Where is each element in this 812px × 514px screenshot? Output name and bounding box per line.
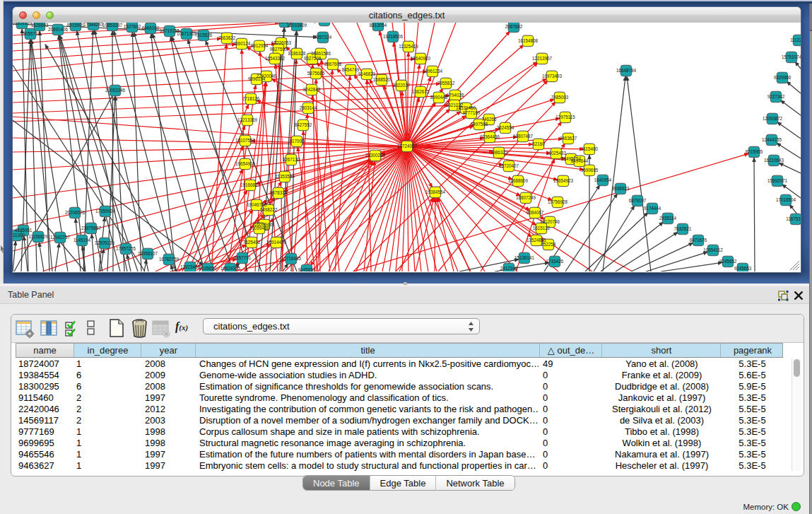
svg-text:1640954: 1640954 <box>594 177 612 182</box>
svg-text:252254: 252254 <box>541 242 556 247</box>
svg-text:6794028: 6794028 <box>447 93 464 98</box>
svg-text:16154808: 16154808 <box>518 38 539 43</box>
svg-text:19218506: 19218506 <box>383 34 404 39</box>
svg-text:20206576: 20206576 <box>65 210 86 215</box>
svg-text:10958107: 10958107 <box>138 251 158 256</box>
svg-text:15751074: 15751074 <box>782 54 801 59</box>
svg-text:17359924: 17359924 <box>95 209 116 214</box>
svg-text:23975867: 23975867 <box>81 226 102 230</box>
svg-text:10973493: 10973493 <box>542 74 563 78</box>
svg-text:19716485: 19716485 <box>281 256 302 261</box>
svg-text:16309339: 16309339 <box>13 23 32 25</box>
svg-text:15136141: 15136141 <box>514 255 535 260</box>
svg-text:7357224: 7357224 <box>314 35 332 40</box>
svg-text:17016504: 17016504 <box>776 197 796 202</box>
svg-text:7515526: 7515526 <box>195 33 213 37</box>
svg-text:18861546: 18861546 <box>311 51 331 56</box>
svg-text:18724007: 18724007 <box>397 144 418 148</box>
svg-text:12942757: 12942757 <box>50 235 71 240</box>
svg-text:9896194: 9896194 <box>248 76 266 81</box>
svg-text:1112222: 1112222 <box>790 37 801 42</box>
svg-text:4535061: 4535061 <box>15 228 33 233</box>
svg-text:9242848: 9242848 <box>303 87 321 92</box>
svg-text:1528843: 1528843 <box>31 23 49 28</box>
svg-text:9827500: 9827500 <box>270 47 288 52</box>
svg-text:15226053: 15226053 <box>271 40 292 45</box>
svg-text:11353594: 11353594 <box>275 174 295 179</box>
svg-text:3624554: 3624554 <box>497 125 514 130</box>
svg-text:19384554: 19384554 <box>425 189 446 194</box>
svg-text:14531460: 14531460 <box>456 105 476 110</box>
svg-text:20053346: 20053346 <box>105 88 126 93</box>
svg-text:19654915: 19654915 <box>235 161 256 166</box>
svg-text:11156829: 11156829 <box>28 234 48 239</box>
svg-text:17957255: 17957255 <box>116 246 136 251</box>
svg-text:10688609: 10688609 <box>508 178 529 183</box>
svg-text:18807249: 18807249 <box>516 195 536 200</box>
svg-text:23300205: 23300205 <box>365 153 386 158</box>
svg-text:2935114: 2935114 <box>659 216 677 221</box>
svg-text:11675332: 11675332 <box>786 216 801 221</box>
svg-text:16107553: 16107553 <box>235 138 256 143</box>
svg-text:17344243: 17344243 <box>83 23 104 27</box>
svg-text:1733426: 1733426 <box>546 259 564 264</box>
svg-text:7955812: 7955812 <box>437 81 455 86</box>
svg-text:12505135: 12505135 <box>95 240 115 245</box>
svg-text:8322037: 8322037 <box>393 83 411 88</box>
svg-text:2412345: 2412345 <box>500 266 518 271</box>
svg-text:12213369: 12213369 <box>237 117 258 122</box>
svg-text:15692971: 15692971 <box>767 178 788 183</box>
svg-text:8454749: 8454749 <box>342 67 360 72</box>
svg-text:20364436: 20364436 <box>480 134 500 139</box>
svg-text:746266: 746266 <box>481 117 497 122</box>
svg-text:19046766: 19046766 <box>247 202 267 207</box>
svg-text:3911300: 3911300 <box>13 233 25 238</box>
svg-text:9463627: 9463627 <box>560 136 577 141</box>
svg-text:1527602: 1527602 <box>124 24 141 29</box>
svg-text:10025433: 10025433 <box>546 151 567 156</box>
svg-text:917006: 917006 <box>289 139 305 144</box>
svg-text:7632621: 7632621 <box>674 226 692 231</box>
svg-text:9327508: 9327508 <box>304 56 322 61</box>
svg-text:9245651: 9245651 <box>298 267 316 271</box>
svg-text:8912954: 8912954 <box>251 43 269 48</box>
svg-text:9329966: 9329966 <box>774 75 792 80</box>
svg-text:6879197: 6879197 <box>629 198 647 203</box>
svg-text:8267130: 8267130 <box>283 157 300 162</box>
svg-text:9660124: 9660124 <box>233 41 251 46</box>
svg-text:5875685: 5875685 <box>307 71 325 76</box>
svg-text:16099488: 16099488 <box>249 226 270 230</box>
svg-text:9245650: 9245650 <box>199 266 217 271</box>
svg-text:9699695: 9699695 <box>581 168 599 173</box>
svg-text:9115460: 9115460 <box>581 146 599 151</box>
svg-text:12444155: 12444155 <box>762 137 782 142</box>
svg-text:7986322: 7986322 <box>490 150 508 155</box>
svg-text:19756928: 19756928 <box>548 199 568 204</box>
svg-text:6466160: 6466160 <box>142 25 160 30</box>
svg-text:10853287: 10853287 <box>102 23 123 28</box>
svg-text:7625402: 7625402 <box>243 240 261 245</box>
svg-text:8471676: 8471676 <box>690 238 707 243</box>
svg-text:16914479: 16914479 <box>266 240 287 245</box>
svg-text:2867608: 2867608 <box>324 62 342 66</box>
svg-text:12213967: 12213967 <box>532 56 553 61</box>
svg-text:8494644: 8494644 <box>571 158 589 163</box>
svg-text:9174444: 9174444 <box>644 206 661 211</box>
svg-text:8813054: 8813054 <box>370 23 387 28</box>
svg-text:9084067: 9084067 <box>526 210 544 215</box>
svg-text:1145194: 1145194 <box>73 238 91 243</box>
svg-text:12923468: 12923468 <box>180 264 201 269</box>
svg-text:10654112: 10654112 <box>703 247 723 252</box>
svg-text:9146821: 9146821 <box>358 71 376 76</box>
svg-text:2718126: 2718126 <box>242 96 260 101</box>
svg-text:8990448: 8990448 <box>430 95 448 100</box>
svg-text:12093872: 12093872 <box>763 116 783 121</box>
svg-text:7663822: 7663822 <box>218 35 236 40</box>
svg-text:9245653: 9245653 <box>734 266 752 271</box>
svg-text:16782759: 16782759 <box>159 257 180 262</box>
svg-text:2087682: 2087682 <box>505 24 523 29</box>
svg-text:10671355: 10671355 <box>177 31 197 36</box>
svg-text:16120746: 16120746 <box>540 219 560 224</box>
svg-text:8878334: 8878334 <box>270 190 288 195</box>
svg-text:15720407: 15720407 <box>499 163 519 168</box>
